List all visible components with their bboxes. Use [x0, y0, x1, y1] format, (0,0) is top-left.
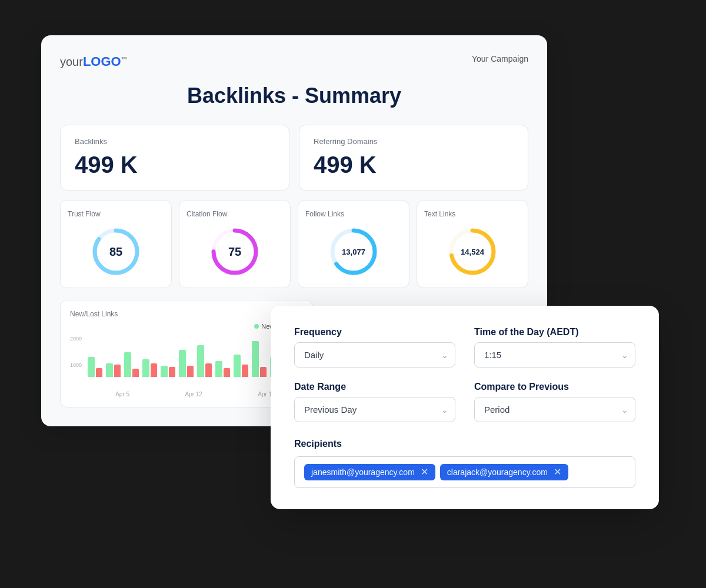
chart-x-labels: Apr 5 Apr 12 Apr 19	[70, 391, 303, 397]
bar-new-2	[124, 352, 131, 377]
report-title: Backlinks - Summary	[60, 83, 528, 108]
bar-lost-1	[114, 365, 121, 377]
logo-text-before: your	[60, 55, 83, 68]
bar-new-3	[142, 359, 149, 377]
bar-group-7	[215, 361, 230, 377]
logo-trademark: ™	[121, 56, 127, 62]
recipients-label: Recipients	[294, 439, 635, 449]
bar-lost-2	[132, 369, 139, 377]
recipient-remove-0[interactable]: ✕	[421, 467, 428, 477]
gauge-cards-grid: Trust Flow 85 Citation Flow	[60, 200, 528, 288]
bar-lost-5	[187, 366, 194, 377]
gauge-trust-flow: 85	[89, 225, 142, 278]
bar-group-9	[252, 341, 267, 377]
bar-new-1	[106, 363, 113, 377]
gauge-label-trust-flow: Trust Flow	[68, 210, 101, 218]
bar-lost-6	[205, 363, 212, 377]
gauge-value-trust-flow: 85	[109, 245, 122, 259]
recipient-tag-0[interactable]: janesmith@youragency.com ✕	[304, 464, 435, 480]
chart-legend: New Lost	[70, 323, 303, 330]
frequency-label: Frequency	[294, 327, 455, 338]
gauge-value-follow-links: 13,077	[342, 248, 365, 256]
logo-text-bold: LOGO	[83, 54, 121, 69]
stat-label-backlinks: Backlinks	[75, 137, 275, 146]
date-range-select[interactable]: Previous Day Previous Week Previous Mont…	[294, 397, 455, 422]
form-group-frequency: Frequency Daily Weekly Monthly ⌄	[294, 327, 455, 368]
form-group-time: Time of the Day (AEDT) 1:15 2:00 3:00 ⌄	[474, 327, 635, 368]
gauge-label-follow-links: Follow Links	[305, 210, 344, 218]
legend-dot-new	[254, 324, 259, 329]
bar-lost-7	[224, 368, 231, 377]
big-stats-grid: Backlinks 499 K Referring Domains 499 K	[60, 125, 528, 191]
bar-group-2	[124, 352, 139, 377]
x-label-apr5: Apr 5	[115, 391, 129, 397]
gauge-follow-links: 13,077	[327, 225, 380, 278]
modal-card: Frequency Daily Weekly Monthly ⌄ Time of…	[271, 306, 659, 509]
compare-select-wrapper[interactable]: Period Year None ⌄	[474, 397, 635, 422]
bar-new-0	[88, 357, 95, 377]
bar-group-4	[161, 366, 175, 377]
form-grid: Frequency Daily Weekly Monthly ⌄ Time of…	[294, 327, 635, 422]
stat-value-referring: 499 K	[314, 152, 514, 178]
gauge-value-text-links: 14,524	[461, 248, 484, 256]
bar-new-4	[161, 366, 168, 377]
gauge-card-trust-flow: Trust Flow 85	[60, 200, 172, 288]
bar-group-5	[179, 350, 194, 377]
stat-value-backlinks: 499 K	[75, 152, 275, 178]
date-range-label: Date Range	[294, 382, 455, 392]
logo: yourLOGO™	[60, 54, 127, 69]
time-select[interactable]: 1:15 2:00 3:00	[474, 342, 635, 368]
gauge-citation-flow: 75	[208, 225, 261, 278]
recipient-email-1: clarajack@youragency.com	[447, 467, 548, 477]
bar-group-6	[197, 345, 212, 377]
chart-bars	[70, 336, 303, 389]
report-header: yourLOGO™ Your Campaign	[60, 54, 528, 69]
stat-card-referring: Referring Domains 499 K	[299, 125, 528, 191]
form-group-compare: Compare to Previous Period Year None ⌄	[474, 382, 635, 422]
form-group-date-range: Date Range Previous Day Previous Week Pr…	[294, 382, 455, 422]
bar-new-5	[179, 350, 186, 377]
gauge-value-citation-flow: 75	[228, 245, 241, 259]
gauge-label-text-links: Text Links	[424, 210, 455, 218]
bar-group-8	[234, 355, 248, 377]
recipients-section: Recipients janesmith@youragency.com ✕ cl…	[294, 439, 635, 488]
gauge-label-citation-flow: Citation Flow	[187, 210, 227, 218]
recipients-box[interactable]: janesmith@youragency.com ✕ clarajack@you…	[294, 456, 635, 488]
frequency-select[interactable]: Daily Weekly Monthly	[294, 342, 455, 368]
time-label: Time of the Day (AEDT)	[474, 327, 635, 338]
bar-lost-0	[96, 368, 103, 377]
x-label-apr12: Apr 12	[185, 391, 202, 397]
recipient-email-0: janesmith@youragency.com	[311, 467, 415, 477]
bar-group-3	[142, 359, 157, 377]
stat-label-referring: Referring Domains	[314, 137, 514, 146]
gauge-card-follow-links: Follow Links 13,077	[298, 200, 409, 288]
bar-new-7	[215, 361, 222, 377]
bar-new-9	[252, 341, 259, 377]
time-select-wrapper[interactable]: 1:15 2:00 3:00 ⌄	[474, 342, 635, 368]
recipient-remove-1[interactable]: ✕	[554, 467, 561, 477]
bar-group-0	[88, 357, 102, 377]
stat-card-backlinks: Backlinks 499 K	[60, 125, 289, 191]
date-range-select-wrapper[interactable]: Previous Day Previous Week Previous Mont…	[294, 397, 455, 422]
gauge-card-text-links: Text Links 14,524	[417, 200, 528, 288]
bar-new-8	[234, 355, 241, 377]
compare-select[interactable]: Period Year None	[474, 397, 635, 422]
bar-lost-8	[242, 365, 249, 377]
gauge-text-links: 14,524	[446, 225, 499, 278]
bar-lost-4	[169, 367, 176, 377]
recipient-tag-1[interactable]: clarajack@youragency.com ✕	[440, 464, 568, 480]
compare-label: Compare to Previous	[474, 382, 635, 392]
frequency-select-wrapper[interactable]: Daily Weekly Monthly ⌄	[294, 342, 455, 368]
bar-lost-9	[260, 367, 267, 377]
chart-title: New/Lost Links	[70, 310, 303, 318]
bar-new-6	[197, 345, 204, 377]
campaign-label: Your Campaign	[472, 54, 528, 64]
gauge-card-citation-flow: Citation Flow 75	[179, 200, 291, 288]
bar-lost-3	[151, 363, 158, 377]
bar-group-1	[106, 363, 121, 377]
